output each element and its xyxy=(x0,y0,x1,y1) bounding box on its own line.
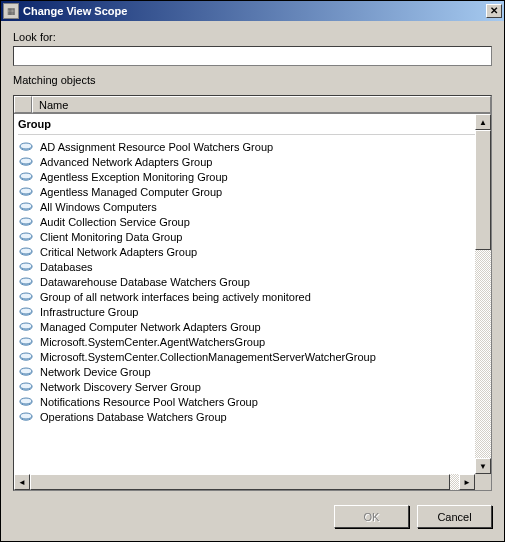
svg-point-25 xyxy=(20,323,32,329)
svg-point-9 xyxy=(20,203,32,209)
svg-point-35 xyxy=(20,398,32,404)
group-icon xyxy=(18,156,34,168)
list-body: Group AD Assignment Resource Pool Watche… xyxy=(14,114,491,490)
horizontal-scrollbar[interactable]: ◄ ► xyxy=(14,474,475,490)
list-item-label: Group of all network interfaces being ac… xyxy=(40,291,311,303)
list-item[interactable]: Microsoft.SystemCenter.AgentWatchersGrou… xyxy=(14,334,491,349)
list-item[interactable]: All Windows Computers xyxy=(14,199,491,214)
list-item[interactable]: Managed Computer Network Adapters Group xyxy=(14,319,491,334)
list-item[interactable]: AD Assignment Resource Pool Watchers Gro… xyxy=(14,139,491,154)
svg-point-23 xyxy=(20,308,32,314)
group-icon xyxy=(18,171,34,183)
list-item[interactable]: Group of all network interfaces being ac… xyxy=(14,289,491,304)
scroll-thumb-horizontal[interactable] xyxy=(30,474,450,490)
group-icon xyxy=(18,306,34,318)
svg-point-19 xyxy=(20,278,32,284)
group-icon xyxy=(18,396,34,408)
group-icon xyxy=(18,381,34,393)
list-item[interactable]: Agentless Exception Monitoring Group xyxy=(14,169,491,184)
window-title: Change View Scope xyxy=(23,5,486,17)
list-item[interactable]: Agentless Managed Computer Group xyxy=(14,184,491,199)
list-item-label: Audit Collection Service Group xyxy=(40,216,190,228)
app-icon: ▦ xyxy=(3,3,19,19)
list-item[interactable]: Network Discovery Server Group xyxy=(14,379,491,394)
group-divider xyxy=(18,134,487,135)
look-for-input[interactable] xyxy=(13,46,492,66)
svg-point-11 xyxy=(20,218,32,224)
scroll-right-button[interactable]: ► xyxy=(459,474,475,490)
scroll-left-button[interactable]: ◄ xyxy=(14,474,30,490)
list-item-label: Managed Computer Network Adapters Group xyxy=(40,321,261,333)
list-item[interactable]: Critical Network Adapters Group xyxy=(14,244,491,259)
svg-point-3 xyxy=(20,158,32,164)
scroll-track-horizontal[interactable] xyxy=(450,474,459,490)
list-item-label: Agentless Exception Monitoring Group xyxy=(40,171,228,183)
titlebar: ▦ Change View Scope ✕ xyxy=(1,1,504,21)
group-icon xyxy=(18,276,34,288)
group-icon xyxy=(18,216,34,228)
group-icon xyxy=(18,141,34,153)
group-icon xyxy=(18,201,34,213)
group-header-row: Group xyxy=(14,116,491,134)
list-item-label: Network Device Group xyxy=(40,366,151,378)
svg-point-31 xyxy=(20,368,32,374)
close-button[interactable]: ✕ xyxy=(486,4,502,18)
column-header-icon[interactable] xyxy=(14,96,32,113)
list-item-label: Agentless Managed Computer Group xyxy=(40,186,222,198)
svg-point-37 xyxy=(20,413,32,419)
svg-point-5 xyxy=(20,173,32,179)
matching-label: Matching objects xyxy=(13,74,492,86)
list-item-label: AD Assignment Resource Pool Watchers Gro… xyxy=(40,141,273,153)
list-item-label: Microsoft.SystemCenter.CollectionManagem… xyxy=(40,351,376,363)
group-icon xyxy=(18,246,34,258)
svg-point-1 xyxy=(20,143,32,149)
list-item[interactable]: Microsoft.SystemCenter.CollectionManagem… xyxy=(14,349,491,364)
list-header: Name xyxy=(14,96,491,114)
client-area: Look for: Matching objects Name Group AD… xyxy=(1,21,504,541)
list-item-label: Infrastructure Group xyxy=(40,306,138,318)
scroll-down-button[interactable]: ▼ xyxy=(475,458,491,474)
list-item[interactable]: Datawarehouse Database Watchers Group xyxy=(14,274,491,289)
list-item[interactable]: Databases xyxy=(14,259,491,274)
group-icon xyxy=(18,366,34,378)
column-header-name[interactable]: Name xyxy=(32,96,491,113)
scroll-up-button[interactable]: ▲ xyxy=(475,114,491,130)
list-item-label: Databases xyxy=(40,261,93,273)
list-item[interactable]: Client Monitoring Data Group xyxy=(14,229,491,244)
group-icon xyxy=(18,291,34,303)
dialog-window: ▦ Change View Scope ✕ Look for: Matching… xyxy=(0,0,505,542)
svg-point-7 xyxy=(20,188,32,194)
svg-point-17 xyxy=(20,263,32,269)
group-icon xyxy=(18,321,34,333)
list-item[interactable]: Operations Database Watchers Group xyxy=(14,409,491,424)
svg-point-15 xyxy=(20,248,32,254)
list-item-label: Advanced Network Adapters Group xyxy=(40,156,212,168)
scroll-corner xyxy=(475,474,491,490)
list-item[interactable]: Network Device Group xyxy=(14,364,491,379)
ok-button[interactable]: OK xyxy=(334,505,409,528)
svg-point-29 xyxy=(20,353,32,359)
list-item-label: All Windows Computers xyxy=(40,201,157,213)
listview[interactable]: Name Group AD Assignment Resource Pool W… xyxy=(13,95,492,491)
list-item-label: Datawarehouse Database Watchers Group xyxy=(40,276,250,288)
group-icon xyxy=(18,411,34,423)
vertical-scrollbar[interactable]: ▲ ▼ xyxy=(475,114,491,474)
group-header: Group xyxy=(14,116,55,134)
cancel-button[interactable]: Cancel xyxy=(417,505,492,528)
list-item[interactable]: Advanced Network Adapters Group xyxy=(14,154,491,169)
list-item-label: Network Discovery Server Group xyxy=(40,381,201,393)
list-item-label: Critical Network Adapters Group xyxy=(40,246,197,258)
svg-point-13 xyxy=(20,233,32,239)
group-icon xyxy=(18,261,34,273)
button-row: OK Cancel xyxy=(13,505,492,528)
list-item-label: Microsoft.SystemCenter.AgentWatchersGrou… xyxy=(40,336,265,348)
list-item[interactable]: Audit Collection Service Group xyxy=(14,214,491,229)
svg-point-27 xyxy=(20,338,32,344)
scroll-thumb-vertical[interactable] xyxy=(475,130,491,250)
list-item-label: Client Monitoring Data Group xyxy=(40,231,182,243)
list-item[interactable]: Notifications Resource Pool Watchers Gro… xyxy=(14,394,491,409)
svg-point-33 xyxy=(20,383,32,389)
list-item-label: Operations Database Watchers Group xyxy=(40,411,227,423)
scroll-track-vertical[interactable] xyxy=(475,250,491,458)
list-item[interactable]: Infrastructure Group xyxy=(14,304,491,319)
